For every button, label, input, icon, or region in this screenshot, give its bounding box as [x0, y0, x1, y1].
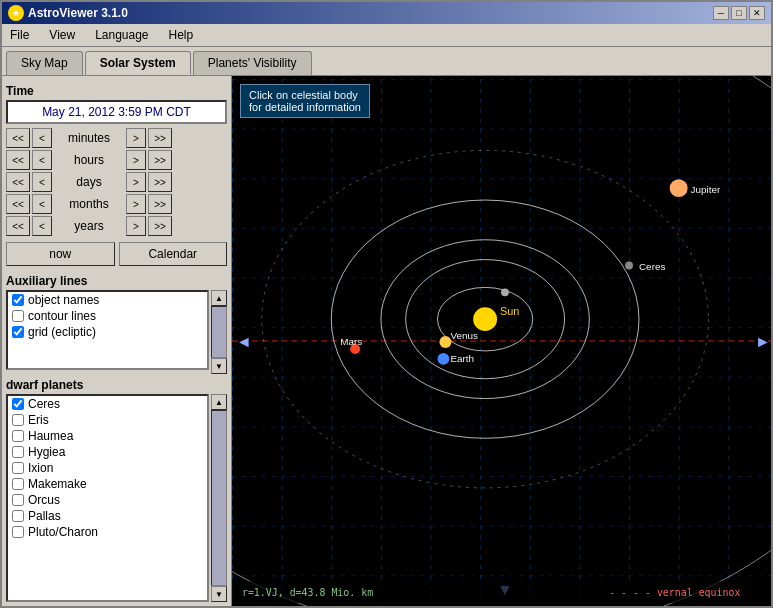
dwarf-hygiea[interactable]: Hygiea	[8, 444, 207, 460]
years-label: years	[54, 219, 124, 233]
years-inc[interactable]: >	[126, 216, 146, 236]
ceres-body[interactable]	[625, 262, 633, 270]
dwarf-orcus-check[interactable]	[12, 494, 24, 506]
dwarf-haumea[interactable]: Haumea	[8, 428, 207, 444]
dwarf-pallas-check[interactable]	[12, 510, 24, 522]
right-nav-arrow[interactable]: ►	[755, 333, 771, 350]
tab-sky-map[interactable]: Sky Map	[6, 51, 83, 75]
dwarf-ceres-check[interactable]	[12, 398, 24, 410]
menu-bar: File View Language Help	[2, 24, 771, 47]
minutes-inc-inc[interactable]: >>	[148, 128, 172, 148]
dwarf-planets-list: Ceres Eris Haumea Hygiea	[6, 394, 209, 602]
close-button[interactable]: ✕	[749, 6, 765, 20]
dwarf-ixion-label: Ixion	[28, 461, 53, 475]
app-icon: ★	[8, 5, 24, 21]
dwarf-pluto-check[interactable]	[12, 526, 24, 538]
aux-object-names[interactable]: object names	[8, 292, 207, 308]
menu-file[interactable]: File	[6, 26, 33, 44]
aux-grid-ecliptic[interactable]: grid (ecliptic)	[8, 324, 207, 340]
jupiter-label: Jupiter	[691, 184, 721, 195]
days-control: << < days > >>	[6, 172, 227, 192]
aux-object-names-check[interactable]	[12, 294, 24, 306]
minutes-inc[interactable]: >	[126, 128, 146, 148]
hours-dec[interactable]: <	[32, 150, 52, 170]
dwarf-eris-check[interactable]	[12, 414, 24, 426]
dwarf-haumea-check[interactable]	[12, 430, 24, 442]
earth-body[interactable]	[437, 353, 449, 365]
minimize-button[interactable]: ─	[713, 6, 729, 20]
maximize-button[interactable]: □	[731, 6, 747, 20]
aux-scrollbar[interactable]	[211, 306, 227, 358]
hours-control: << < hours > >>	[6, 150, 227, 170]
minutes-label: minutes	[54, 131, 124, 145]
dwarf-orcus[interactable]: Orcus	[8, 492, 207, 508]
minutes-dec-dec[interactable]: <<	[6, 128, 30, 148]
hours-label: hours	[54, 153, 124, 167]
months-inc-inc[interactable]: >>	[148, 194, 172, 214]
dwarf-pluto[interactable]: Pluto/Charon	[8, 524, 207, 540]
dwarf-ceres[interactable]: Ceres	[8, 396, 207, 412]
dwarf-hygiea-label: Hygiea	[28, 445, 65, 459]
title-bar: ★ AstroViewer 3.1.0 ─ □ ✕	[2, 2, 771, 24]
dwarf-makemake-check[interactable]	[12, 478, 24, 490]
dwarf-ixion[interactable]: Ixion	[8, 460, 207, 476]
title-bar-left: ★ AstroViewer 3.1.0	[8, 5, 128, 21]
months-dec-dec[interactable]: <<	[6, 194, 30, 214]
solar-canvas[interactable]: Sun Venus Earth Mars Jupiter	[232, 76, 771, 606]
months-inc[interactable]: >	[126, 194, 146, 214]
now-cal-buttons: now Calendar	[6, 242, 227, 266]
years-dec[interactable]: <	[32, 216, 52, 236]
dwarf-makemake[interactable]: Makemake	[8, 476, 207, 492]
days-dec-dec[interactable]: <<	[6, 172, 30, 192]
days-dec[interactable]: <	[32, 172, 52, 192]
aux-object-names-label: object names	[28, 293, 99, 307]
aux-contour-check[interactable]	[12, 310, 24, 322]
tab-planets-visibility[interactable]: Planets' Visibility	[193, 51, 312, 75]
menu-language[interactable]: Language	[91, 26, 152, 44]
jupiter-body[interactable]	[670, 179, 688, 197]
months-dec[interactable]: <	[32, 194, 52, 214]
years-control: << < years > >>	[6, 216, 227, 236]
mars-label: Mars	[340, 336, 362, 347]
tab-solar-system[interactable]: Solar System	[85, 51, 191, 75]
menu-view[interactable]: View	[45, 26, 79, 44]
dwarf-scroll-down[interactable]: ▼	[211, 586, 227, 602]
dwarf-eris[interactable]: Eris	[8, 412, 207, 428]
main-window: ★ AstroViewer 3.1.0 ─ □ ✕ File View Lang…	[0, 0, 773, 608]
minutes-dec[interactable]: <	[32, 128, 52, 148]
days-inc[interactable]: >	[126, 172, 146, 192]
dwarf-makemake-label: Makemake	[28, 477, 87, 491]
dwarf-scrollbar[interactable]	[211, 410, 227, 586]
left-nav-arrow[interactable]: ◄	[236, 333, 252, 350]
months-label: months	[54, 197, 124, 211]
dwarf-orcus-label: Orcus	[28, 493, 60, 507]
mercury-body[interactable]	[501, 288, 509, 296]
dwarf-hygiea-check[interactable]	[12, 446, 24, 458]
years-inc-inc[interactable]: >>	[148, 216, 172, 236]
days-inc-inc[interactable]: >>	[148, 172, 172, 192]
aux-lines-list: object names contour lines grid (eclipti…	[6, 290, 209, 370]
hours-inc-inc[interactable]: >>	[148, 150, 172, 170]
menu-help[interactable]: Help	[165, 26, 198, 44]
aux-contour-label: contour lines	[28, 309, 96, 323]
dwarf-scroll-up[interactable]: ▲	[211, 394, 227, 410]
years-dec-dec[interactable]: <<	[6, 216, 30, 236]
hours-inc[interactable]: >	[126, 150, 146, 170]
dwarf-ixion-check[interactable]	[12, 462, 24, 474]
now-button[interactable]: now	[6, 242, 115, 266]
vernal-equinox-label: - - - - vernal equinox	[609, 587, 740, 598]
aux-contour-lines[interactable]: contour lines	[8, 308, 207, 324]
aux-scroll-up[interactable]: ▲	[211, 290, 227, 306]
dwarf-pallas[interactable]: Pallas	[8, 508, 207, 524]
aux-scroll-down[interactable]: ▼	[211, 358, 227, 374]
sun-body[interactable]	[473, 307, 497, 331]
tooltip-text: Click on celestial bodyfor detailed info…	[249, 89, 361, 113]
status-left: r=1.VJ, d=43.8 Mio. km	[242, 587, 373, 598]
solar-system-view[interactable]: Click on celestial bodyfor detailed info…	[232, 76, 771, 606]
calendar-button[interactable]: Calendar	[119, 242, 228, 266]
hours-dec-dec[interactable]: <<	[6, 150, 30, 170]
aux-grid-check[interactable]	[12, 326, 24, 338]
time-display: May 21, 2012 3:59 PM CDT	[6, 100, 227, 124]
aux-lines-label: Auxiliary lines	[6, 274, 227, 288]
tooltip-box: Click on celestial bodyfor detailed info…	[240, 84, 370, 118]
